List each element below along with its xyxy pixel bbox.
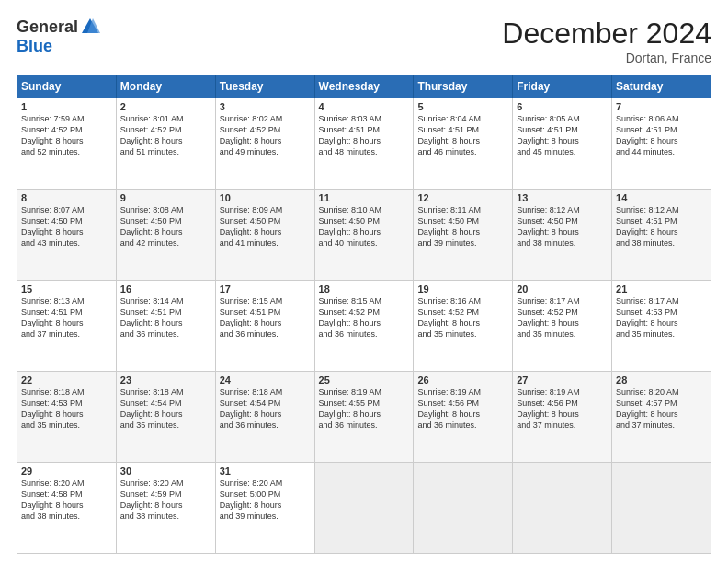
col-wednesday: Wednesday [314, 75, 414, 98]
day-info: Sunrise: 8:20 AMSunset: 4:58 PMDaylight:… [21, 477, 112, 523]
day-info: Sunrise: 8:12 AMSunset: 4:50 PMDaylight:… [517, 204, 608, 249]
day-number: 5 [417, 101, 508, 112]
day-number: 29 [21, 465, 112, 477]
day-info: Sunrise: 8:13 AMSunset: 4:51 PMDaylight:… [21, 295, 112, 340]
day-number: 1 [21, 101, 112, 112]
day-info: Sunrise: 7:59 AMSunset: 4:52 PMDaylight:… [21, 113, 112, 158]
calendar-cell [414, 463, 513, 554]
day-number: 8 [21, 192, 112, 203]
calendar-cell: 31Sunrise: 8:20 AMSunset: 5:00 PMDayligh… [215, 463, 314, 554]
week-row-5: 29Sunrise: 8:20 AMSunset: 4:58 PMDayligh… [17, 463, 711, 554]
day-info: Sunrise: 8:07 AMSunset: 4:50 PMDaylight:… [21, 204, 112, 249]
calendar-cell: 17Sunrise: 8:15 AMSunset: 4:51 PMDayligh… [215, 281, 314, 372]
logo-icon [80, 17, 100, 37]
calendar-cell: 28Sunrise: 8:20 AMSunset: 4:57 PMDayligh… [612, 372, 711, 463]
day-info: Sunrise: 8:20 AMSunset: 5:00 PMDaylight:… [220, 477, 311, 523]
calendar-cell [314, 463, 414, 554]
day-info: Sunrise: 8:19 AMSunset: 4:56 PMDaylight:… [517, 386, 608, 431]
page: General Blue December 2024 Dortan, Franc… [0, 0, 728, 563]
logo: General Blue [17, 17, 100, 56]
day-number: 4 [319, 101, 410, 112]
col-friday: Friday [513, 75, 612, 98]
calendar-header-row: Sunday Monday Tuesday Wednesday Thursday… [17, 75, 711, 98]
col-monday: Monday [116, 75, 215, 98]
day-number: 15 [21, 283, 112, 294]
col-sunday: Sunday [17, 75, 117, 98]
day-info: Sunrise: 8:17 AMSunset: 4:53 PMDaylight:… [616, 295, 707, 340]
calendar-cell: 14Sunrise: 8:12 AMSunset: 4:51 PMDayligh… [612, 190, 711, 281]
day-number: 6 [517, 101, 608, 112]
day-info: Sunrise: 8:04 AMSunset: 4:51 PMDaylight:… [417, 113, 508, 158]
header: General Blue December 2024 Dortan, Franc… [17, 17, 711, 65]
calendar-cell: 25Sunrise: 8:19 AMSunset: 4:55 PMDayligh… [314, 372, 414, 463]
calendar-cell: 13Sunrise: 8:12 AMSunset: 4:50 PMDayligh… [513, 190, 612, 281]
day-number: 22 [21, 374, 112, 385]
day-number: 20 [517, 283, 608, 294]
week-row-1: 1Sunrise: 7:59 AMSunset: 4:52 PMDaylight… [17, 98, 711, 190]
calendar-cell: 2Sunrise: 8:01 AMSunset: 4:52 PMDaylight… [116, 98, 215, 190]
calendar-cell: 9Sunrise: 8:08 AMSunset: 4:50 PMDaylight… [116, 190, 215, 281]
week-row-2: 8Sunrise: 8:07 AMSunset: 4:50 PMDaylight… [17, 190, 711, 281]
calendar-cell: 7Sunrise: 8:06 AMSunset: 4:51 PMDaylight… [612, 98, 711, 190]
day-number: 9 [120, 192, 211, 203]
day-info: Sunrise: 8:05 AMSunset: 4:51 PMDaylight:… [517, 113, 608, 158]
calendar-cell: 27Sunrise: 8:19 AMSunset: 4:56 PMDayligh… [513, 372, 612, 463]
day-info: Sunrise: 8:18 AMSunset: 4:53 PMDaylight:… [21, 386, 112, 431]
day-number: 11 [319, 192, 410, 203]
day-info: Sunrise: 8:01 AMSunset: 4:52 PMDaylight:… [120, 113, 211, 158]
week-row-4: 22Sunrise: 8:18 AMSunset: 4:53 PMDayligh… [17, 372, 711, 463]
calendar-cell: 1Sunrise: 7:59 AMSunset: 4:52 PMDaylight… [17, 98, 117, 190]
day-info: Sunrise: 8:19 AMSunset: 4:56 PMDaylight:… [417, 386, 508, 431]
calendar-cell: 18Sunrise: 8:15 AMSunset: 4:52 PMDayligh… [314, 281, 414, 372]
day-info: Sunrise: 8:20 AMSunset: 4:59 PMDaylight:… [120, 477, 211, 523]
calendar-cell: 3Sunrise: 8:02 AMSunset: 4:52 PMDaylight… [215, 98, 314, 190]
day-info: Sunrise: 8:17 AMSunset: 4:52 PMDaylight:… [517, 295, 608, 340]
day-info: Sunrise: 8:18 AMSunset: 4:54 PMDaylight:… [120, 386, 211, 431]
day-number: 3 [220, 101, 311, 112]
calendar-cell: 4Sunrise: 8:03 AMSunset: 4:51 PMDaylight… [314, 98, 414, 190]
calendar-cell: 15Sunrise: 8:13 AMSunset: 4:51 PMDayligh… [17, 281, 117, 372]
day-info: Sunrise: 8:16 AMSunset: 4:52 PMDaylight:… [417, 295, 508, 340]
day-info: Sunrise: 8:08 AMSunset: 4:50 PMDaylight:… [120, 204, 211, 249]
day-number: 30 [120, 465, 211, 477]
col-tuesday: Tuesday [215, 75, 314, 98]
day-number: 25 [319, 374, 410, 385]
calendar-cell: 23Sunrise: 8:18 AMSunset: 4:54 PMDayligh… [116, 372, 215, 463]
calendar-cell: 20Sunrise: 8:17 AMSunset: 4:52 PMDayligh… [513, 281, 612, 372]
calendar-cell: 5Sunrise: 8:04 AMSunset: 4:51 PMDaylight… [414, 98, 513, 190]
day-number: 7 [616, 101, 707, 112]
calendar-cell: 30Sunrise: 8:20 AMSunset: 4:59 PMDayligh… [116, 463, 215, 554]
day-number: 19 [417, 283, 508, 294]
day-info: Sunrise: 8:06 AMSunset: 4:51 PMDaylight:… [616, 113, 707, 158]
calendar-cell: 26Sunrise: 8:19 AMSunset: 4:56 PMDayligh… [414, 372, 513, 463]
day-info: Sunrise: 8:20 AMSunset: 4:57 PMDaylight:… [616, 386, 707, 431]
week-row-3: 15Sunrise: 8:13 AMSunset: 4:51 PMDayligh… [17, 281, 711, 372]
day-number: 10 [220, 192, 311, 203]
day-number: 27 [517, 374, 608, 385]
day-info: Sunrise: 8:18 AMSunset: 4:54 PMDaylight:… [220, 386, 311, 431]
calendar-cell: 19Sunrise: 8:16 AMSunset: 4:52 PMDayligh… [414, 281, 513, 372]
day-info: Sunrise: 8:11 AMSunset: 4:50 PMDaylight:… [417, 204, 508, 249]
col-saturday: Saturday [612, 75, 711, 98]
calendar-cell: 12Sunrise: 8:11 AMSunset: 4:50 PMDayligh… [414, 190, 513, 281]
calendar-table: Sunday Monday Tuesday Wednesday Thursday… [17, 75, 711, 554]
logo-blue: Blue [17, 37, 52, 56]
day-number: 26 [417, 374, 508, 385]
calendar-cell: 24Sunrise: 8:18 AMSunset: 4:54 PMDayligh… [215, 372, 314, 463]
col-thursday: Thursday [414, 75, 513, 98]
day-number: 12 [417, 192, 508, 203]
day-number: 14 [616, 192, 707, 203]
day-number: 24 [220, 374, 311, 385]
day-number: 13 [517, 192, 608, 203]
day-info: Sunrise: 8:03 AMSunset: 4:51 PMDaylight:… [319, 113, 410, 158]
day-number: 17 [220, 283, 311, 294]
day-number: 21 [616, 283, 707, 294]
logo-general: General [17, 17, 78, 37]
day-info: Sunrise: 8:19 AMSunset: 4:55 PMDaylight:… [319, 386, 410, 431]
calendar-cell: 6Sunrise: 8:05 AMSunset: 4:51 PMDaylight… [513, 98, 612, 190]
day-info: Sunrise: 8:15 AMSunset: 4:51 PMDaylight:… [220, 295, 311, 340]
day-number: 28 [616, 374, 707, 385]
day-info: Sunrise: 8:09 AMSunset: 4:50 PMDaylight:… [220, 204, 311, 249]
day-info: Sunrise: 8:10 AMSunset: 4:50 PMDaylight:… [319, 204, 410, 249]
location: Dortan, France [502, 51, 711, 65]
